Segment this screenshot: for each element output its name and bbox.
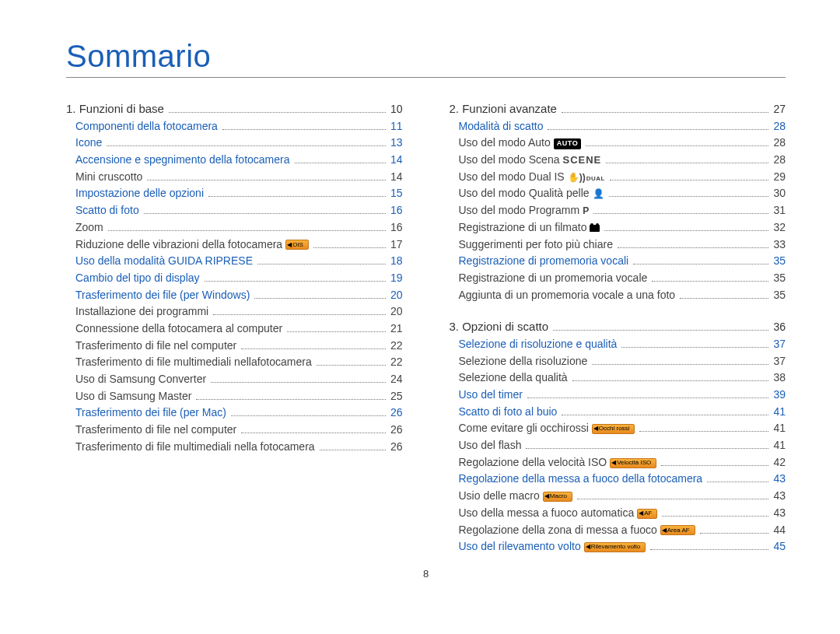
toc-entry[interactable]: 2. Funzioni avanzate27	[450, 100, 786, 118]
toc-entry-page: 26	[390, 405, 403, 422]
toc-entry[interactable]: Trasferimento di file multimediali nella…	[66, 439, 403, 456]
toc-entry-label: 1. Funzioni di base	[66, 100, 164, 117]
toc-entry[interactable]: 3. Opzioni di scatto36	[450, 317, 786, 336]
toc-entry-page: 35	[773, 287, 786, 304]
toc-left-column: 1. Funzioni di base10Componenti della fo…	[66, 100, 403, 555]
toc-leader-dots	[287, 331, 386, 332]
toc-entry[interactable]: Riduzione delle vibrazioni della fotocam…	[66, 236, 403, 254]
toc-leader-dots	[241, 433, 386, 433]
toc-entry[interactable]: Icone13	[66, 135, 403, 152]
toc-right-column: 2. Funzioni avanzate27Modalità di scatto…	[450, 100, 786, 555]
feature-badge: ◀Occhi rossi	[592, 424, 635, 434]
toc-entry-label: Trasferimento di file multimediali nella…	[66, 439, 315, 456]
toc-entry[interactable]: Impostazione delle opzioni15	[66, 185, 403, 202]
toc-entry[interactable]: Aggiunta di un promemoria vocale a una f…	[450, 287, 786, 304]
toc-entry[interactable]: Registrazione di promemoria vocali35	[450, 253, 786, 270]
toc-leader-dots	[586, 145, 768, 146]
toc-entry[interactable]: Modalità di scatto28	[450, 118, 786, 135]
toc-leader-dots	[662, 516, 768, 517]
toc-entry[interactable]: Registrazione di un filmato32	[450, 219, 786, 236]
toc-entry[interactable]: Uso del modo ScenaSCENE28	[450, 152, 786, 169]
toc-entry[interactable]: Regolazione della messa a fuoco della fo…	[450, 471, 786, 488]
toc-entry-page: 25	[390, 388, 403, 405]
toc-entry[interactable]: Trasferimento di file nel computer22	[66, 338, 403, 355]
toc-entry-label: Uso di Samsung Converter	[66, 371, 206, 388]
toc-entry[interactable]: 1. Funzioni di base10	[66, 100, 403, 118]
toc-entry[interactable]: Uso del modo Dual IS✋))DUAL29	[450, 169, 786, 186]
toc-entry[interactable]: Uso di Samsung Converter24	[66, 371, 403, 388]
feature-badge: ◀OIS	[285, 240, 309, 250]
toc-entry-label: Modalità di scatto	[450, 118, 544, 135]
toc-entry[interactable]: Uso del modo AutoAUTO28	[450, 135, 786, 152]
feature-badge: ◀Velocità ISO	[610, 458, 656, 468]
toc-entry-label: Accensione e spegnimento della fotocamer…	[66, 152, 290, 169]
toc-leader-dots	[606, 163, 768, 163]
toc-leader-dots	[205, 281, 386, 282]
toc-entry[interactable]: Trasferimento dei file (per Windows)20	[66, 287, 403, 304]
toc-entry[interactable]: Uso del modo ProgrammP31	[450, 202, 786, 219]
toc-leader-dots	[317, 365, 386, 366]
toc-leader-dots	[633, 264, 768, 264]
toc-entry[interactable]: Trasferimento di file multimediali nella…	[66, 354, 403, 371]
toc-entry[interactable]: Regolazione della velocità ISO◀Velocità …	[450, 454, 786, 471]
auto-icon: AUTO	[554, 138, 581, 149]
toc-entry[interactable]: Selezione della qualità38	[450, 370, 786, 387]
toc-entry[interactable]: Trasferimento dei file (per Mac)26	[66, 405, 403, 422]
toc-entry[interactable]: Uso della modalità GUIDA RIPRESE18	[66, 253, 403, 270]
toc-entry[interactable]: Uso del modo Qualità pelle👤30	[450, 185, 786, 202]
toc-entry-label: Regolazione della velocità ISO◀Velocità …	[450, 454, 657, 471]
toc-entry-page: 15	[390, 185, 403, 202]
toc-entry-page: 16	[390, 202, 403, 219]
toc-entry[interactable]: Installazione dei programmi20	[66, 303, 403, 321]
toc-entry[interactable]: Accensione e spegnimento della fotocamer…	[66, 152, 403, 169]
toc-entry-page: 39	[773, 387, 786, 404]
toc-entry[interactable]: Mini cruscotto14	[66, 169, 403, 186]
toc-entry[interactable]: Componenti della fotocamera11	[66, 118, 403, 135]
toc-entry-label: Come evitare gli occhirossi◀Occhi rossi	[450, 420, 635, 437]
toc-leader-dots	[553, 330, 768, 331]
toc-entry[interactable]: Uso del rilevamento volto◀Rilevamento vo…	[450, 538, 786, 555]
toc-entry[interactable]: Scatto di foto al buio41	[450, 404, 786, 421]
toc-entry[interactable]: Uso della messa a fuoco automatica◀AF43	[450, 505, 786, 522]
toc-leader-dots	[222, 129, 386, 130]
toc-entry-label: 3. Opzioni di scatto	[450, 317, 549, 335]
toc-entry[interactable]: Scatto di foto16	[66, 202, 403, 219]
toc-entry[interactable]: Uso del timer39	[450, 387, 786, 404]
toc-entry[interactable]: Zoom16	[66, 219, 403, 236]
toc-entry[interactable]: Come evitare gli occhirossi◀Occhi rossi4…	[450, 420, 786, 437]
toc-entry-page: 32	[773, 219, 786, 236]
toc-entry[interactable]: Selezione della risoluzione37	[450, 353, 786, 370]
toc-entry[interactable]: Cambio del tipo di display19	[66, 270, 403, 287]
toc-entry[interactable]: Suggerimenti per foto più chiare33	[450, 236, 786, 254]
toc-entry-page: 42	[773, 454, 786, 471]
toc-entry-label: Selezione della qualità	[450, 370, 568, 387]
toc-entry-label: Regolazione della zona di messa a fuoco◀…	[450, 522, 695, 539]
toc-entry[interactable]: Regolazione della zona di messa a fuoco◀…	[450, 522, 786, 539]
toc-leader-dots	[208, 196, 386, 197]
toc-entry[interactable]: Trasferimento di file nel computer26	[66, 422, 403, 439]
toc-entry[interactable]: Usio delle macro◀Macro43	[450, 488, 786, 505]
toc-entry[interactable]: Registrazione di un promemoria vocale35	[450, 270, 786, 287]
film-icon	[590, 225, 600, 232]
toc-entry-label: Trasferimento di file multimediali nella…	[66, 354, 312, 371]
toc-entry-label: Selezione di risoluzione e qualità	[450, 336, 618, 353]
toc-leader-dots	[213, 314, 386, 315]
toc-entry[interactable]: Selezione di risoluzione e qualità37	[450, 336, 786, 353]
toc-entry-label: Regolazione della messa a fuoco della fo…	[450, 471, 703, 488]
toc-entry-label: Icone	[66, 135, 102, 152]
toc-entry-page: 26	[390, 439, 403, 456]
toc-entry-page: 18	[390, 253, 403, 270]
toc-entry[interactable]: Uso del flash41	[450, 437, 786, 454]
toc-entry-label: Cambio del tipo di display	[66, 270, 200, 287]
toc-leader-dots	[577, 499, 768, 499]
toc-entry[interactable]: Uso di Samsung Master25	[66, 388, 403, 405]
toc-leader-dots	[169, 112, 386, 113]
toc-entry-page: 35	[773, 253, 786, 270]
toc-leader-dots	[562, 112, 769, 113]
toc-entry-label: Componenti della fotocamera	[66, 118, 218, 135]
scene-icon: SCENE	[562, 154, 601, 166]
toc-entry-label: Uso del timer	[450, 387, 523, 404]
toc-entry[interactable]: Connessione della fotocamera al computer…	[66, 321, 403, 338]
toc-entry-label: Selezione della risoluzione	[450, 353, 588, 370]
toc-entry-page: 28	[773, 118, 786, 135]
